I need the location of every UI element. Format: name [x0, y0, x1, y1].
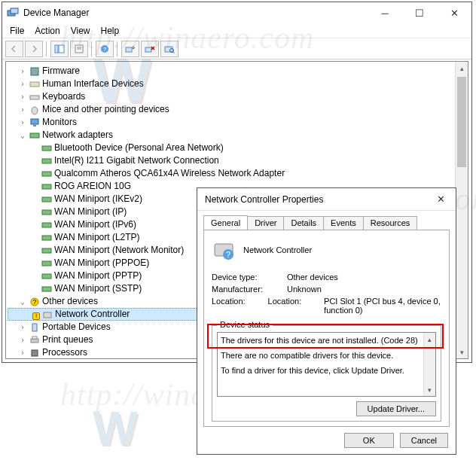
- other-devices-icon: ?: [29, 297, 40, 307]
- device-status-text[interactable]: The drivers for this device are not inst…: [217, 332, 436, 397]
- tab-details[interactable]: Details: [283, 216, 324, 230]
- dialog-close-button[interactable]: ✕: [426, 189, 456, 210]
- status-scrollbar[interactable]: ▴▾: [423, 333, 435, 396]
- network-adapter-icon: [41, 207, 52, 218]
- back-button[interactable]: [5, 41, 23, 57]
- unknown-device-icon: [42, 309, 53, 320]
- update-driver-toolbar-button[interactable]: [121, 41, 139, 57]
- svg-text:?: ?: [103, 46, 107, 53]
- properties-toolbar-button[interactable]: [70, 41, 88, 57]
- scan-hardware-button[interactable]: [160, 41, 178, 57]
- menubar: File Action View Help: [2, 23, 471, 38]
- tree-category-keyboards[interactable]: ›Keyboards: [8, 90, 466, 103]
- forward-button[interactable]: [25, 41, 43, 57]
- tab-driver[interactable]: Driver: [247, 216, 284, 230]
- svg-point-17: [32, 107, 38, 114]
- network-adapter-icon: [41, 271, 52, 282]
- processor-icon: [29, 348, 40, 358]
- dialog-titlebar: Network Controller Properties ✕: [197, 188, 456, 211]
- scrollbar-thumb[interactable]: [457, 77, 466, 167]
- svg-rect-28: [42, 236, 51, 240]
- watermark-logo: WW: [90, 407, 143, 459]
- menu-file[interactable]: File: [5, 25, 29, 37]
- svg-rect-24: [42, 184, 51, 189]
- network-adapter-icon: [41, 181, 52, 192]
- scroll-up-button[interactable]: ▴: [456, 62, 468, 75]
- hid-icon: [29, 79, 40, 90]
- toolbar: ?: [2, 38, 471, 59]
- svg-rect-3: [59, 45, 64, 53]
- firmware-icon: [29, 66, 40, 77]
- maximize-button[interactable]: ☐: [402, 2, 437, 23]
- svg-rect-20: [30, 133, 39, 138]
- show-hide-tree-button[interactable]: [50, 41, 69, 57]
- minimize-button[interactable]: ─: [368, 2, 402, 23]
- svg-rect-37: [31, 339, 38, 343]
- titlebar: Device Manager ─ ☐ ✕: [2, 2, 471, 23]
- update-driver-button[interactable]: Update Driver...: [356, 401, 436, 416]
- close-button[interactable]: ✕: [437, 2, 471, 23]
- dialog-tabs: General Driver Details Events Resources: [197, 211, 456, 230]
- tree-category-mice[interactable]: ›Mice and other pointing devices: [8, 103, 466, 116]
- row-device-type: Device type:Other devices: [212, 273, 441, 282]
- svg-rect-10: [145, 47, 151, 52]
- svg-rect-35: [44, 312, 51, 318]
- network-adapter-icon: [41, 143, 52, 154]
- row-manufacturer: Manufacturer:Unknown: [212, 285, 441, 294]
- dialog-buttons: OK Cancel: [197, 433, 456, 455]
- network-adapter-icon: [41, 156, 52, 166]
- svg-text:?: ?: [32, 298, 36, 306]
- menu-view[interactable]: View: [66, 25, 95, 37]
- scroll-down-button[interactable]: ▾: [456, 346, 468, 358]
- properties-dialog: Network Controller Properties ✕ General …: [197, 187, 456, 455]
- svg-rect-29: [42, 248, 51, 253]
- toolbar-separator: [91, 41, 93, 56]
- menu-action[interactable]: Action: [30, 25, 64, 37]
- tree-category-hid[interactable]: ›Human Interface Devices: [8, 78, 466, 90]
- network-adapter-icon: [41, 169, 52, 179]
- dialog-title: Network Controller Properties: [202, 194, 426, 205]
- app-icon: [7, 7, 19, 19]
- portable-devices-icon: [29, 322, 40, 333]
- svg-rect-38: [32, 337, 37, 339]
- svg-rect-14: [31, 68, 38, 75]
- warning-icon: !: [32, 312, 40, 320]
- svg-text:W: W: [93, 407, 138, 454]
- device-icon-large: ?: [212, 238, 236, 262]
- network-adapter-icon: [41, 194, 52, 205]
- svg-rect-11: [165, 47, 172, 52]
- tree-item-network-adapter[interactable]: Qualcomm Atheros QCA61x4A Wireless Netwo…: [8, 167, 466, 180]
- tree-scrollbar[interactable]: ▴ ▾: [455, 62, 468, 358]
- tree-item-network-adapter[interactable]: Intel(R) I211 Gigabit Network Connection: [8, 154, 466, 167]
- ok-button[interactable]: OK: [344, 433, 394, 448]
- tree-category-monitors[interactable]: ›Monitors: [8, 116, 466, 129]
- keyboard-icon: [29, 92, 40, 102]
- monitor-icon: [29, 117, 40, 128]
- row-location: Location:Location:PCI Slot 1 (PCI bus 4,…: [212, 297, 441, 315]
- menu-help[interactable]: Help: [96, 25, 124, 37]
- tab-resources[interactable]: Resources: [363, 216, 418, 230]
- network-adapter-icon: [41, 284, 52, 294]
- svg-rect-9: [126, 47, 132, 52]
- uninstall-toolbar-button[interactable]: [141, 41, 159, 57]
- mouse-icon: [29, 105, 40, 115]
- svg-rect-2: [55, 45, 58, 53]
- svg-line-13: [173, 52, 175, 53]
- svg-rect-32: [42, 287, 51, 291]
- tree-category-network[interactable]: ⌄Network adapters: [8, 129, 466, 142]
- tab-events[interactable]: Events: [323, 216, 364, 230]
- cancel-button[interactable]: Cancel: [400, 433, 448, 448]
- tree-item-network-adapter[interactable]: Bluetooth Device (Personal Area Network): [8, 142, 466, 154]
- tab-general[interactable]: General: [203, 215, 248, 230]
- svg-rect-22: [42, 159, 51, 163]
- device-header: ? Network Controller: [212, 238, 441, 262]
- svg-rect-30: [42, 261, 51, 266]
- help-toolbar-button[interactable]: ?: [96, 41, 114, 57]
- device-name: Network Controller: [243, 245, 312, 254]
- network-adapter-icon: [41, 258, 52, 269]
- svg-rect-1: [11, 8, 18, 14]
- svg-rect-15: [30, 82, 39, 87]
- svg-text:?: ?: [226, 250, 230, 259]
- network-adapter-icon: [41, 245, 52, 256]
- tree-category-firmware[interactable]: ›Firmware: [8, 65, 466, 78]
